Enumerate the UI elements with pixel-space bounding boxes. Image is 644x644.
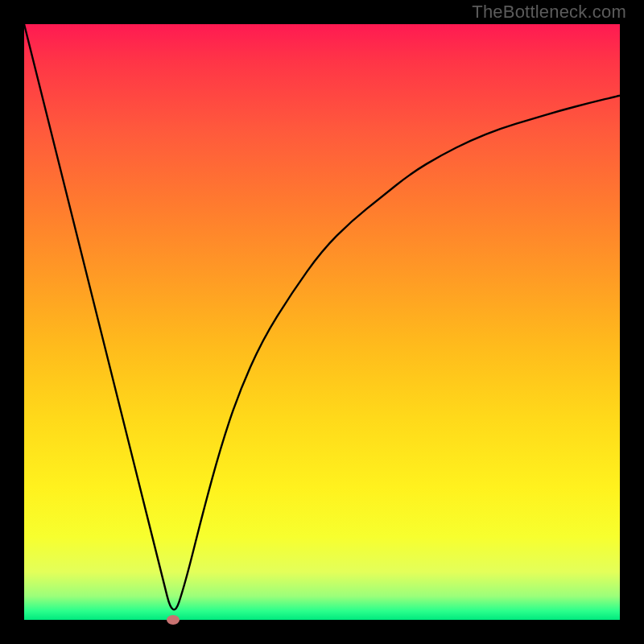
attribution-text: TheBottleneck.com: [472, 2, 626, 23]
chart-frame: TheBottleneck.com: [0, 0, 644, 644]
optimum-marker: [167, 615, 180, 625]
curve-svg: [24, 24, 620, 620]
bottleneck-curve-path: [24, 24, 620, 609]
plot-area: [24, 24, 620, 620]
